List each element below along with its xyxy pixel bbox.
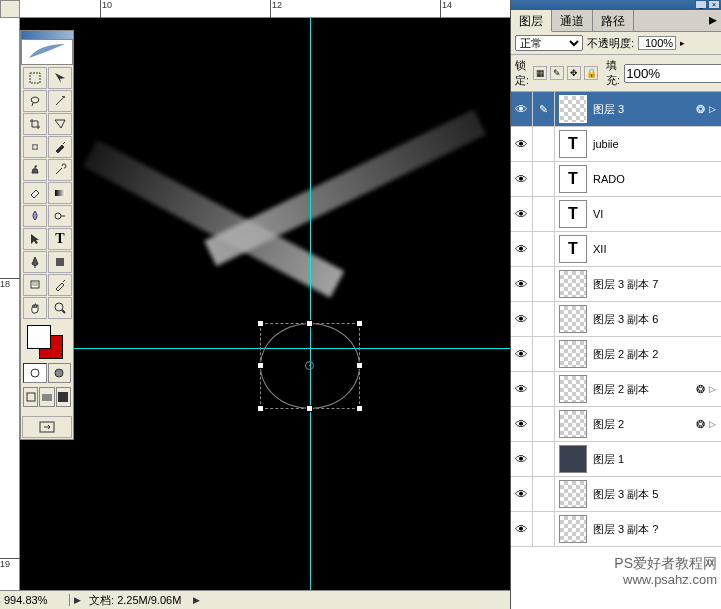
layer-name-label[interactable]: 图层 2 副本 [591,382,691,397]
layer-visibility-toggle[interactable]: 👁 [511,92,533,126]
layer-row[interactable]: 👁图层 1 [511,442,721,477]
layer-visibility-toggle[interactable]: 👁 [511,232,533,266]
crop-tool[interactable] [23,113,47,135]
layer-name-label[interactable]: 图层 1 [591,452,721,467]
layer-name-label[interactable]: 图层 3 [591,102,691,117]
shape-tool[interactable] [48,251,72,273]
transform-handle-tl[interactable] [257,320,264,327]
layer-link-toggle[interactable] [533,127,555,161]
notes-tool[interactable] [23,274,47,296]
type-tool[interactable]: T [48,228,72,250]
layer-row[interactable]: 👁✎图层 3❂▷ [511,92,721,127]
foreground-color-swatch[interactable] [27,325,51,349]
opacity-arrow-icon[interactable]: ▸ [680,38,685,48]
marquee-tool[interactable] [23,67,47,89]
layer-visibility-toggle[interactable]: 👁 [511,372,533,406]
ruler-horizontal[interactable]: 10 12 14 [20,0,510,18]
layer-link-toggle[interactable] [533,477,555,511]
layer-link-toggle[interactable] [533,372,555,406]
layer-name-label[interactable]: jubiie [591,138,721,150]
layer-link-toggle[interactable] [533,337,555,371]
panel-menu-button[interactable]: ▸ [705,10,721,31]
tab-channels[interactable]: 通道 [552,10,593,31]
layer-visibility-toggle[interactable]: 👁 [511,162,533,196]
transform-handle-br[interactable] [356,405,363,412]
layer-link-toggle[interactable] [533,302,555,336]
layer-effects-icon[interactable]: ❂ [691,418,709,431]
transform-handle-bl[interactable] [257,405,264,412]
layer-name-label[interactable]: RADO [591,173,721,185]
layer-thumb[interactable] [559,375,587,403]
text-layer-thumb[interactable]: T [559,235,587,263]
ruler-vertical[interactable]: 18 19 [0,18,20,593]
layer-name-label[interactable]: 图层 3 副本 6 [591,312,721,327]
text-layer-thumb[interactable]: T [559,165,587,193]
layer-thumb[interactable] [559,270,587,298]
gradient-tool[interactable] [48,182,72,204]
layer-expand-arrow-icon[interactable]: ▷ [709,419,721,429]
layer-link-toggle[interactable] [533,442,555,476]
transform-handle-ml[interactable] [257,362,264,369]
eraser-tool[interactable] [23,182,47,204]
document-size[interactable]: 文档: 2.25M/9.06M [81,593,189,608]
layer-name-label[interactable]: 图层 2 副本 2 [591,347,721,362]
layer-link-toggle[interactable] [533,232,555,266]
layer-effects-icon[interactable]: ❂ [691,103,709,116]
opacity-input[interactable] [638,36,676,50]
layer-visibility-toggle[interactable]: 👁 [511,337,533,371]
layer-visibility-toggle[interactable]: 👁 [511,477,533,511]
lock-all-button[interactable]: 🔒 [584,66,598,80]
screen-mode-full[interactable] [56,387,71,407]
clone-stamp-tool[interactable] [23,159,47,181]
jump-to-imageready-button[interactable] [22,416,72,438]
layer-expand-arrow-icon[interactable]: ▷ [709,384,721,394]
layer-thumb[interactable] [559,340,587,368]
screen-mode-full-menubar[interactable] [39,387,54,407]
layer-name-label[interactable]: 图层 3 副本 ? [591,522,721,537]
panel-minimize-button[interactable]: _ [695,0,707,9]
layer-row[interactable]: 👁图层 3 副本 7 [511,267,721,302]
history-brush-tool[interactable] [48,159,72,181]
layer-thumb[interactable] [559,480,587,508]
layer-visibility-toggle[interactable]: 👁 [511,407,533,441]
screen-mode-standard[interactable] [23,387,38,407]
layer-visibility-toggle[interactable]: 👁 [511,197,533,231]
statusbar-menu-arrow-icon[interactable]: ▶ [193,595,200,605]
move-tool[interactable] [48,67,72,89]
transform-bounding-box[interactable] [260,323,360,409]
panel-titlebar[interactable]: _ × [511,0,721,10]
layer-name-label[interactable]: 图层 3 副本 5 [591,487,721,502]
magic-wand-tool[interactable] [48,90,72,112]
brush-tool[interactable] [48,136,72,158]
tab-paths[interactable]: 路径 [593,10,634,31]
layer-name-label[interactable]: 图层 2 [591,417,691,432]
layer-row[interactable]: 👁图层 2 副本❂▷ [511,372,721,407]
layer-thumb[interactable] [559,410,587,438]
canvas[interactable] [20,18,510,590]
layer-link-toggle[interactable] [533,197,555,231]
layer-row[interactable]: 👁图层 3 副本 6 [511,302,721,337]
layer-link-toggle[interactable] [533,267,555,301]
layer-thumb[interactable] [559,305,587,333]
eyedropper-tool[interactable] [48,274,72,296]
quick-mask-mode-button[interactable] [48,363,72,383]
standard-mode-button[interactable] [23,363,47,383]
fill-input[interactable] [624,64,721,83]
layer-visibility-toggle[interactable]: 👁 [511,512,533,546]
pen-tool[interactable] [23,251,47,273]
zoom-tool[interactable] [48,297,72,319]
transform-handle-bm[interactable] [306,405,313,412]
layer-row[interactable]: 👁图层 2 副本 2 [511,337,721,372]
lock-position-button[interactable]: ✥ [567,66,581,80]
tab-layers[interactable]: 图层 [511,10,552,32]
layer-thumb[interactable] [559,95,587,123]
hand-tool[interactable] [23,297,47,319]
lasso-tool[interactable] [23,90,47,112]
blend-mode-select[interactable]: 正常 [515,35,583,51]
layer-thumb[interactable] [559,445,587,473]
layer-row[interactable]: 👁图层 3 副本 ? [511,512,721,547]
layer-row[interactable]: 👁TVI [511,197,721,232]
text-layer-thumb[interactable]: T [559,200,587,228]
layer-visibility-toggle[interactable]: 👁 [511,302,533,336]
layer-name-label[interactable]: VI [591,208,721,220]
